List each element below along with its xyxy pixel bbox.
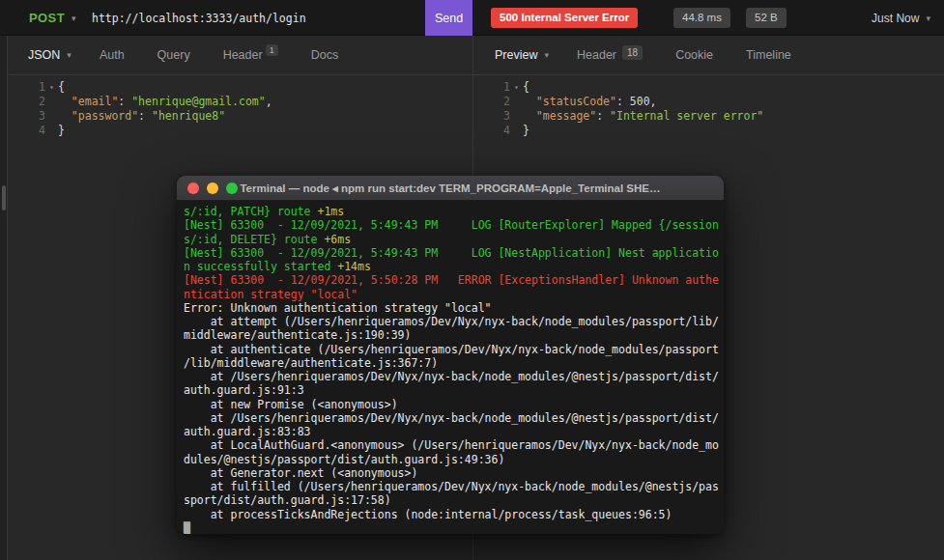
terminal-line: auth.guard.js:91:3 (184, 383, 724, 397)
tab-query[interactable]: Query (141, 48, 207, 62)
tab-cookie[interactable]: Cookie (659, 48, 729, 62)
terminal-line: █ (184, 521, 724, 534)
preview-mode-dropdown[interactable]: Preview ▾ (495, 48, 560, 62)
response-tabbar: Preview ▾ Header18 Cookie Timeline (473, 36, 944, 75)
code-segment: , (266, 95, 272, 109)
line-number: 1 (20, 80, 45, 95)
close-button[interactable] (187, 182, 199, 194)
chevron-down-icon: ▾ (72, 14, 76, 23)
code-segment (58, 109, 72, 124)
chevron-down-icon: ▾ (67, 50, 72, 60)
minimize-button[interactable] (207, 182, 218, 194)
response-header-count-badge: 18 (622, 45, 643, 60)
code-segment: "Internal server error" (610, 109, 763, 124)
terminal-line: at /Users/henriqueramos/Dev/Nyx/nyx-back… (184, 411, 724, 425)
request-code-line: 3 "password": "henrique8" (20, 109, 472, 124)
header-count-badge: 1 (266, 44, 278, 56)
tab-response-header[interactable]: Header18 (560, 48, 659, 63)
response-code-line: 2 "statusCode": 500, (485, 95, 944, 109)
request-code-line: 1▾{ (20, 80, 472, 95)
fold-gutter-spacer (45, 95, 58, 109)
code-segment: "email" (72, 95, 118, 109)
code-segment: : (138, 109, 152, 124)
chevron-down-icon: ▾ (926, 14, 930, 23)
send-button[interactable]: Send (425, 0, 472, 36)
request-code-line: 2 "email": "henrique@gmail.com", (20, 95, 472, 109)
fold-gutter-spacer (510, 109, 523, 124)
sidebar-resize-handle[interactable] (2, 185, 6, 210)
method-dropdown[interactable]: POST ▾ (29, 0, 76, 36)
terminal-line: ntication strategy "local" (184, 288, 724, 301)
request-tabbar: JSON ▾ Auth Query Header1 Docs (9, 36, 472, 75)
terminal-line: at fulfilled (/Users/henriqueramos/Dev/N… (184, 480, 724, 493)
code-segment: auth.guard.js:83:83 (184, 425, 311, 438)
code-segment: +6ms (324, 233, 351, 246)
terminal-line: sport/dist/auth.guard.js:17:58) (184, 493, 724, 507)
preview-mode-label: Preview (495, 48, 537, 62)
terminal-line: at /Users/henriqueramos/Dev/Nyx/nyx-back… (184, 370, 724, 383)
terminal-line: dules/@nestjs/passport/dist/auth.guard.j… (184, 453, 724, 466)
terminal-line: at processTicksAndRejections (node:inter… (184, 508, 724, 521)
window-controls (187, 176, 238, 201)
terminal-title: Terminal — node ◂ npm run start:dev TERM… (177, 182, 724, 195)
response-code-line: 3 "message": "Internal server error" (485, 109, 944, 124)
terminal-line: auth.guard.js:83:83 (184, 425, 724, 438)
tab-docs[interactable]: Docs (295, 48, 355, 62)
code-segment: : (616, 95, 630, 109)
code-segment: 500 (630, 95, 650, 109)
line-number: 4 (20, 124, 45, 138)
code-segment: : (596, 109, 610, 124)
code-segment: sport/dist/auth.guard.js:17:58) (184, 493, 391, 507)
body-type-dropdown[interactable]: JSON ▾ (28, 48, 83, 62)
code-segment: +1ms (317, 205, 344, 218)
response-code-line: 1▾{ (485, 80, 944, 95)
fold-caret-icon[interactable]: ▾ (45, 80, 58, 95)
terminal-titlebar[interactable]: Terminal — node ◂ npm run start:dev TERM… (177, 176, 724, 201)
code-segment: at fulfilled (/Users/henriqueramos/Dev/N… (184, 480, 719, 493)
code-segment: { (58, 80, 65, 95)
line-number: 3 (485, 109, 510, 124)
code-segment: } (58, 124, 65, 138)
history-dropdown[interactable]: Just Now ▾ (872, 0, 930, 36)
code-segment: at authenticate (/Users/henriqueramos/De… (184, 343, 719, 356)
code-segment: at /Users/henriqueramos/Dev/Nyx/nyx-back… (184, 370, 719, 383)
http-method-label: POST (29, 11, 65, 25)
terminal-line: /lib/middleware/authenticate.js:367:7) (184, 356, 724, 370)
code-segment: { (523, 80, 529, 95)
code-segment: } (523, 124, 529, 138)
history-label: Just Now (872, 12, 919, 25)
code-segment: [Nest] 63300 - 12/09/2021, 5:49:43 PM LO… (184, 218, 719, 232)
response-time-badge: 44.8 ms (673, 8, 730, 28)
fold-gutter-spacer (510, 124, 523, 138)
code-segment: /lib/middleware/authenticate.js:367:7) (184, 356, 438, 370)
fold-caret-icon[interactable]: ▾ (510, 80, 523, 95)
code-segment: at Generator.next (<anonymous>) (184, 466, 417, 480)
tab-timeline[interactable]: Timeline (729, 48, 808, 62)
line-number: 4 (485, 124, 510, 138)
code-segment: n successfully started (184, 260, 337, 273)
fold-gutter-spacer (510, 95, 523, 109)
terminal-line: at attempt (/Users/henriqueramos/Dev/Nyx… (184, 315, 724, 328)
zoom-button[interactable] (226, 182, 238, 194)
fold-gutter-spacer (45, 109, 58, 124)
code-segment (58, 95, 72, 109)
tab-header[interactable]: Header1 (207, 48, 295, 62)
terminal-line: Error: Unknown authentication strategy "… (184, 301, 724, 315)
code-segment: Error: Unknown authentication strategy "… (184, 301, 492, 315)
url-input[interactable]: http://localhost:3333/auth/login (92, 0, 306, 36)
code-segment: at /Users/henriqueramos/Dev/Nyx/nyx-back… (184, 411, 719, 425)
terminal-window: Terminal — node ◂ npm run start:dev TERM… (177, 176, 724, 534)
body-type-label: JSON (28, 48, 60, 62)
code-segment: "statusCode" (536, 95, 616, 109)
terminal-output[interactable]: s/:id, PATCH} route +1ms[Nest] 63300 - 1… (177, 201, 724, 534)
line-number: 3 (20, 109, 45, 124)
code-segment: ntication strategy "local" (184, 288, 358, 301)
code-segment: at LocalAuthGuard.<anonymous> (/Users/he… (184, 438, 719, 452)
chevron-down-icon: ▾ (544, 50, 549, 60)
code-segment: , (650, 95, 657, 109)
terminal-line: [Nest] 63300 - 12/09/2021, 5:49:43 PM LO… (184, 246, 724, 260)
code-segment: [Nest] 63300 - 12/09/2021, 5:49:43 PM LO… (184, 246, 719, 260)
sidebar-collapsed-strip (0, 36, 8, 560)
terminal-line: at new Promise (<anonymous>) (184, 398, 724, 411)
tab-auth[interactable]: Auth (83, 48, 141, 62)
